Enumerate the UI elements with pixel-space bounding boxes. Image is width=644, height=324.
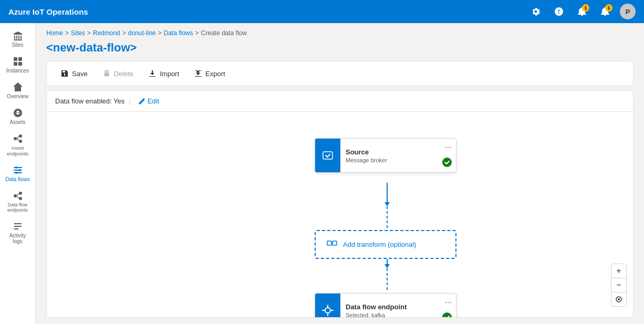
sidebar-item-overview[interactable]: Overview [2,79,34,102]
destination-node-more[interactable]: ··· [441,296,456,309]
check-icon [442,158,452,167]
app-title: Azure IoT Operations [8,7,527,16]
svg-point-5 [19,134,22,138]
svg-point-14 [19,197,22,200]
page-title: <new-data-flow> [46,41,633,55]
svg-rect-21 [323,152,333,159]
sidebar-label-asset-endpoints: Asset endpoints [4,145,32,156]
transform-node[interactable]: Add transform (optional) [315,230,456,259]
breadcrumb: Home > Sites > Redmond > donut-line > Da… [46,29,633,37]
svg-marker-19 [385,264,390,268]
destination-node-title: Data flow endpoint [346,303,435,311]
svg-point-13 [19,192,22,195]
breadcrumb-current: Create data flow [201,29,247,37]
endpoint-icon [321,304,334,317]
breadcrumb-home[interactable]: Home [46,29,63,37]
svg-point-11 [15,172,17,174]
source-node-more[interactable]: ··· [441,141,456,154]
source-icon [321,149,334,162]
svg-rect-0 [14,57,17,61]
svg-point-9 [15,166,17,169]
data-flow-endpoints-icon [13,191,23,201]
sidebar-label-overview: Overview [7,93,29,99]
breadcrumb-data-flows[interactable]: Data flows [164,29,193,37]
edit-icon [138,98,146,105]
asset-endpoints-icon [13,133,23,144]
destination-node-icon [315,294,340,317]
svg-rect-24 [333,241,337,245]
sidebar-item-data-flow-endpoints[interactable]: Data flow endpoints [2,187,34,216]
instances-icon [13,56,23,67]
sidebar-label-data-flow-endpoints: Data flow endpoints [4,202,32,213]
breadcrumb-sites[interactable]: Sites [71,29,85,37]
svg-rect-2 [14,62,17,66]
zoom-in-button[interactable]: + [611,264,626,278]
svg-point-22 [442,158,452,167]
alert-button[interactable]: 1 [597,3,614,20]
flow-card: Data flow enabled: Yes | Edit [46,90,633,318]
sidebar-label-activity-logs: Activity logs [4,233,32,244]
edit-button[interactable]: Edit [135,96,162,106]
zoom-out-button[interactable]: − [611,278,626,292]
svg-point-27 [442,312,452,317]
import-button[interactable]: Import [143,67,184,80]
svg-rect-3 [18,62,22,66]
svg-point-10 [18,169,20,171]
svg-rect-23 [327,241,331,245]
svg-point-12 [14,194,17,197]
sites-icon [13,30,23,41]
sidebar-label-data-flows: Data flows [5,176,30,182]
sidebar-item-assets[interactable]: Assets [2,104,34,128]
toolbar: Save Delete Import Export [46,61,633,86]
delete-button[interactable]: Delete [97,67,139,80]
svg-rect-1 [18,57,22,61]
notification-button[interactable]: 1 [574,3,590,20]
data-flows-icon [13,165,23,175]
svg-point-4 [14,137,17,140]
svg-marker-16 [385,202,390,206]
destination-node-content: Data flow endpoint Selected: kafka [340,299,441,318]
sidebar-label-sites: Sites [12,42,23,48]
sidebar-label-assets: Assets [9,119,25,125]
zoom-reset-button[interactable] [611,292,626,306]
sidebar-item-sites[interactable]: Sites [2,27,34,51]
breadcrumb-redmond[interactable]: Redmond [93,29,120,37]
flow-canvas[interactable]: Source Message broker ··· [47,112,633,317]
flow-status-bar: Data flow enabled: Yes | Edit [47,91,633,112]
zoom-reset-icon [615,296,622,303]
transform-icon [326,237,338,252]
source-node-title: Source [346,148,435,156]
avatar[interactable]: P [620,4,636,19]
sidebar-item-data-flows[interactable]: Data flows [2,162,34,185]
sidebar-item-asset-endpoints[interactable]: Asset endpoints [2,130,34,160]
flow-status-label: Data flow enabled: Yes [55,97,124,105]
header-icons: 1 1 P [527,3,636,20]
activity-logs-icon [13,221,23,232]
transform-svg-icon [326,237,338,249]
source-node-check [442,158,452,169]
save-button[interactable]: Save [55,67,93,80]
source-node-content: Source Message broker [340,144,441,168]
svg-line-7 [17,137,19,139]
save-icon [60,69,69,78]
export-icon [194,69,202,78]
sidebar: Sites Instances Overview Assets [0,23,36,324]
svg-point-26 [325,308,330,313]
destination-node-check [442,312,452,317]
help-button[interactable] [550,3,567,20]
notification-badge: 1 [582,4,589,12]
sidebar-label-instances: Instances [6,68,29,74]
sidebar-item-instances[interactable]: Instances [2,53,34,77]
help-icon [554,7,564,16]
svg-line-8 [17,139,19,141]
export-button[interactable]: Export [189,67,231,80]
main-layout: Sites Instances Overview Assets [0,23,644,324]
destination-node[interactable]: Data flow endpoint Selected: kafka ··· [315,293,456,317]
settings-button[interactable] [527,3,544,20]
transform-label: Add transform (optional) [343,241,416,248]
gear-icon [531,7,541,16]
breadcrumb-donut-line[interactable]: donut-line [128,29,156,37]
source-node[interactable]: Source Message broker ··· [315,138,456,173]
dest-check-icon [442,312,452,317]
sidebar-item-activity-logs[interactable]: Activity logs [2,218,34,247]
